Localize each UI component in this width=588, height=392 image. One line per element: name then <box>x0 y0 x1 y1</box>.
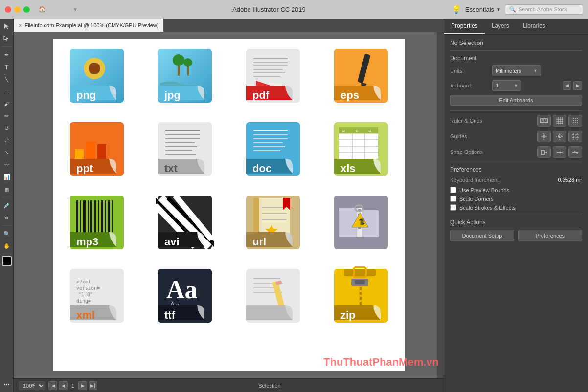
svg-rect-127 <box>360 297 362 300</box>
svg-rect-69 <box>112 200 113 232</box>
artboard-nav-prev[interactable]: ◀ <box>563 81 571 90</box>
svg-text:ppt: ppt <box>76 162 93 174</box>
grid-icon-btn[interactable] <box>553 115 566 127</box>
search-box[interactable]: 🔍 Search Adobe Stock <box>505 4 583 15</box>
direct-selection-tool[interactable] <box>1 33 13 44</box>
snap-icon-btn-2[interactable] <box>553 146 566 158</box>
more-tools[interactable]: ••• <box>1 378 13 390</box>
ruler-icon-btn[interactable] <box>537 115 551 127</box>
type-tool[interactable]: T <box>1 61 13 73</box>
line-tool[interactable]: ╲ <box>1 73 13 85</box>
ruler-grids-label: Ruler & Grids <box>450 118 489 124</box>
preferences-button[interactable]: Preferences <box>518 230 582 241</box>
vertical-scrollbar[interactable] <box>437 32 444 378</box>
svg-text:D: D <box>368 129 371 133</box>
scale-strokes-row: Scale Strokes & Effects <box>450 204 582 211</box>
tab-libraries[interactable]: Libraries <box>516 19 552 34</box>
paintbrush-tool[interactable]: 🖌 <box>1 98 13 109</box>
file-icon-zip-folder: ⇅ <box>317 186 405 259</box>
essentials-button[interactable]: Essentials ▼ <box>465 6 501 13</box>
document-tab[interactable]: × FileInfo.com Example.ai @ 100% (CMYK/G… <box>14 19 163 32</box>
edit-artboards-button[interactable]: Edit Artboards <box>450 95 582 106</box>
use-preview-bounds-row: Use Preview Bounds <box>450 187 582 193</box>
titlebar: 🏠 ⊞ ▼ Adobe Illustrator CC 2019 💡 Essent… <box>0 0 588 19</box>
units-row: Units: Millimeters ▼ <box>450 65 582 76</box>
svg-rect-65 <box>98 200 99 232</box>
keyboard-increment-row: Keyboard Increment: 0.3528 mr <box>450 177 582 183</box>
gradient-tool[interactable]: ▦ <box>1 183 13 195</box>
blend-tool[interactable]: ∞ <box>1 212 13 223</box>
pencil-tool[interactable]: ✏ <box>1 110 13 122</box>
mirror-tool[interactable]: ⇌ <box>1 134 13 146</box>
file-icon-eps: eps <box>317 39 405 112</box>
selection-tool[interactable] <box>1 21 13 32</box>
maximize-button[interactable] <box>23 6 30 13</box>
fill-color[interactable] <box>2 256 12 266</box>
scale-strokes-checkbox[interactable] <box>450 204 456 211</box>
app-title: Adobe Illustrator CC 2019 <box>87 6 452 13</box>
tab-layers[interactable]: Layers <box>485 19 516 34</box>
artboard-next-end[interactable]: ▶| <box>89 381 97 390</box>
svg-point-144 <box>573 120 574 121</box>
svg-text:C: C <box>356 129 359 133</box>
traffic-lights <box>5 6 30 13</box>
units-select[interactable]: Millimeters ▼ <box>492 65 541 76</box>
lightbulb-icon[interactable]: 💡 <box>452 5 461 14</box>
svg-text:eps: eps <box>340 89 359 101</box>
hand-tool[interactable]: ✋ <box>1 240 13 252</box>
svg-rect-63 <box>90 200 92 232</box>
home-icon[interactable]: 🏠 <box>36 3 48 16</box>
svg-point-145 <box>575 120 576 121</box>
svg-text:xml: xml <box>76 309 95 321</box>
tab-close-icon[interactable]: × <box>19 22 22 28</box>
guides-icon-btn-3[interactable] <box>568 131 582 142</box>
keyboard-increment-value: 0.3528 mr <box>558 177 582 183</box>
snap-icon-btn-3[interactable] <box>568 146 582 158</box>
eyedropper-tool[interactable]: 💉 <box>1 199 13 211</box>
snap-icon-btn-1[interactable] <box>537 146 551 158</box>
tab-properties[interactable]: Properties <box>444 19 485 34</box>
artboard-row: Artboard: 1 ▼ ◀ ▶ <box>450 80 582 91</box>
rotate-tool[interactable]: ↺ <box>1 122 13 134</box>
artboard-nav-next[interactable]: ▶ <box>573 81 582 90</box>
svg-point-6 <box>173 54 184 66</box>
artboard-prev[interactable]: ◀ <box>59 381 68 390</box>
zoom-select[interactable]: 100% 50% 200% <box>19 381 45 390</box>
canvas-content[interactable]: png <box>14 32 444 378</box>
svg-text:url: url <box>252 236 266 248</box>
svg-text:avi: avi <box>164 236 180 248</box>
guides-row: Guides <box>450 131 582 142</box>
warp-tool[interactable]: 〰 <box>1 159 13 171</box>
pen-tool[interactable]: ✒ <box>1 49 13 61</box>
chevron-down-icon[interactable]: ▼ <box>69 3 82 16</box>
file-icon-zip: zip <box>317 259 405 332</box>
svg-rect-128 <box>360 302 362 305</box>
scale-corners-checkbox[interactable] <box>450 196 456 202</box>
minimize-button[interactable] <box>14 6 21 13</box>
grid-icon[interactable]: ⊞ <box>52 3 65 16</box>
svg-text:pdf: pdf <box>252 89 270 101</box>
svg-marker-164 <box>560 151 561 154</box>
file-icon-txt: txt <box>141 112 229 186</box>
document-setup-button[interactable]: Document Setup <box>450 230 514 241</box>
zoom-tool[interactable]: 🔍 <box>1 228 13 240</box>
dotted-grid-icon-btn[interactable] <box>568 115 582 127</box>
artboard-select[interactable]: 1 ▼ <box>492 80 521 91</box>
tab-title: FileInfo.com Example.ai @ 100% (CMYK/GPU… <box>24 22 158 28</box>
artboard-next[interactable]: ▶ <box>78 381 87 390</box>
use-preview-bounds-checkbox[interactable] <box>450 187 456 193</box>
scale-tool[interactable]: ⤡ <box>1 147 13 158</box>
svg-text:txt: txt <box>164 162 178 174</box>
svg-point-2 <box>89 63 100 74</box>
guides-icon-btn-2[interactable] <box>553 131 566 142</box>
rectangle-tool[interactable]: □ <box>1 86 13 97</box>
svg-rect-67 <box>105 200 106 232</box>
svg-rect-62 <box>88 200 89 232</box>
left-toolbar: ✒ T ╲ □ 🖌 ✏ ↺ ⇌ ⤡ 〰 📊 ▦ 💉 ∞ 🔍 ✋ ••• <box>0 19 14 392</box>
svg-text:mp3: mp3 <box>76 236 98 248</box>
graph-tool[interactable]: 📊 <box>1 171 13 183</box>
guides-icon-btn-1[interactable] <box>537 131 551 142</box>
artboard-prev-start[interactable]: |◀ <box>48 381 57 390</box>
close-button[interactable] <box>5 6 11 13</box>
quick-actions-label: Quick Actions <box>450 219 582 226</box>
